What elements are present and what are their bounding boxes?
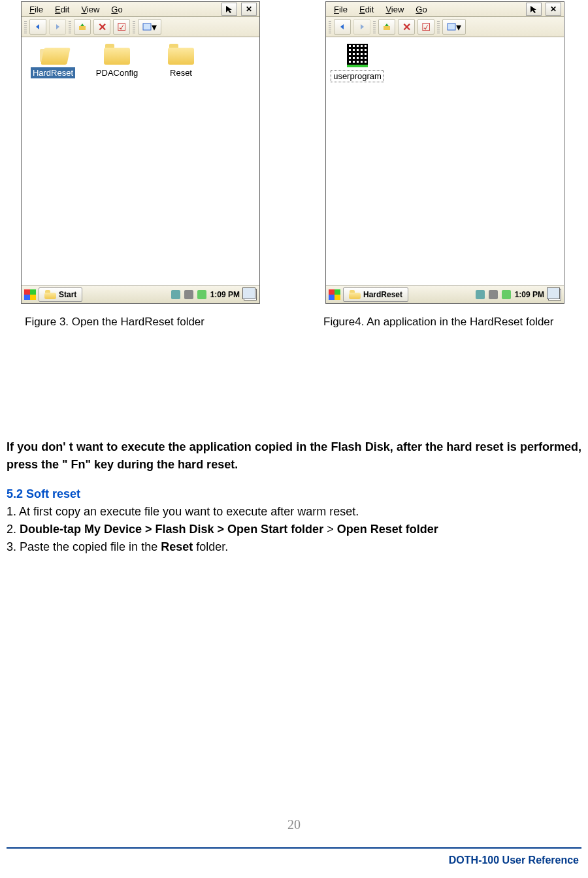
footer-rule: [7, 847, 581, 849]
menu-bar: File Edit View Go ✕: [326, 2, 564, 17]
window-switch-icon[interactable]: [548, 289, 561, 301]
svg-rect-2: [384, 26, 390, 30]
tray-network-icon[interactable]: [476, 290, 485, 299]
toolbar-grip: [69, 20, 71, 33]
svg-rect-3: [448, 24, 455, 30]
start-button[interactable]: HardReset: [343, 287, 408, 302]
folder-item-hardreset[interactable]: HardReset: [27, 44, 79, 78]
step-3: 3. Paste the copied file in the Reset fo…: [7, 538, 581, 556]
footer-reference: DOTH-100 User Reference: [449, 854, 579, 866]
start-label: Start: [59, 290, 76, 299]
figure-caption-3: Figure 3. Open the HardReset folder: [25, 316, 284, 329]
pda-screenshot-right: File Edit View Go ✕ ✕ ☑ ▾: [325, 1, 564, 304]
folder-icon: [349, 290, 361, 299]
folder-contents: HardReset PDAConfig Reset: [22, 37, 259, 285]
folder-icon: [104, 44, 130, 65]
menu-view[interactable]: View: [380, 3, 409, 16]
step-2: 2. Double-tap My Device > Flash Disk > O…: [7, 521, 581, 538]
item-label: userprogram: [331, 70, 384, 82]
folder-item-pdaconfig[interactable]: PDAConfig: [91, 44, 143, 78]
help-pointer-icon[interactable]: [526, 3, 542, 16]
back-icon[interactable]: [29, 19, 46, 35]
step-1: 1. At first copy an execute file you wan…: [7, 503, 581, 521]
delete-icon[interactable]: ✕: [398, 19, 415, 35]
close-icon[interactable]: ✕: [241, 3, 257, 16]
folder-item-reset[interactable]: Reset: [155, 44, 207, 78]
help-pointer-icon[interactable]: [221, 3, 237, 16]
menu-go[interactable]: Go: [410, 3, 432, 16]
tray-keyboard-icon[interactable]: [489, 290, 498, 299]
folder-icon: [44, 290, 56, 299]
folder-icon: [168, 44, 194, 65]
taskbar: HardReset 1:09 PM: [326, 285, 564, 303]
section-heading: 5.2 Soft reset: [7, 485, 581, 503]
item-label: PDAConfig: [94, 67, 140, 78]
pda-screenshot-left: FFileile Edit View Go ✕ ✕ ☑ ▾: [21, 1, 260, 304]
tray-keyboard-icon[interactable]: [184, 290, 193, 299]
file-item-userprogram[interactable]: userprogram: [331, 44, 384, 82]
toolbar: ✕ ☑ ▾: [22, 17, 259, 37]
folder-contents: userprogram: [326, 37, 564, 285]
page-number: 20: [0, 817, 588, 832]
forward-icon[interactable]: [353, 19, 370, 35]
up-folder-icon[interactable]: [378, 19, 395, 35]
figure-caption-4: Figure4. An application in the HardReset…: [323, 316, 583, 329]
back-icon[interactable]: [334, 19, 351, 35]
taskbar: Start 1:09 PM: [22, 285, 259, 303]
menu-go[interactable]: Go: [106, 3, 127, 16]
tray-battery-icon[interactable]: [197, 290, 206, 299]
svg-rect-1: [143, 24, 151, 30]
start-label: HardReset: [363, 290, 402, 299]
check-icon[interactable]: ☑: [113, 19, 130, 35]
forward-icon[interactable]: [49, 19, 66, 35]
toolbar-grip: [133, 20, 135, 33]
barcode-app-icon: [347, 44, 368, 67]
close-icon[interactable]: ✕: [546, 3, 561, 16]
toolbar-grip: [437, 20, 440, 33]
taskbar-clock: 1:09 PM: [515, 290, 544, 299]
menu-edit[interactable]: Edit: [354, 3, 379, 16]
toolbar-grip: [373, 20, 376, 33]
menu-view[interactable]: View: [76, 3, 105, 16]
window-switch-icon[interactable]: [244, 289, 257, 301]
up-folder-icon[interactable]: [74, 19, 91, 35]
view-mode-icon[interactable]: ▾: [138, 19, 161, 35]
note-paragraph: If you don' t want to execute the applic…: [7, 438, 581, 474]
toolbar: ✕ ☑ ▾: [326, 17, 564, 37]
view-mode-icon[interactable]: ▾: [442, 19, 466, 35]
taskbar-clock: 1:09 PM: [210, 290, 240, 299]
item-label: Reset: [168, 67, 194, 78]
item-label: HardReset: [31, 67, 75, 78]
tray-battery-icon[interactable]: [502, 290, 511, 299]
start-button[interactable]: Start: [39, 287, 82, 302]
menu-file[interactable]: FFileile: [24, 3, 48, 16]
folder-open-icon: [40, 44, 66, 65]
menu-bar: FFileile Edit View Go ✕: [22, 2, 259, 17]
tray-network-icon[interactable]: [171, 290, 180, 299]
menu-edit[interactable]: Edit: [50, 3, 74, 16]
svg-rect-0: [79, 26, 86, 30]
delete-icon[interactable]: ✕: [93, 19, 110, 35]
windows-flag-icon[interactable]: [329, 289, 340, 300]
check-icon[interactable]: ☑: [417, 19, 434, 35]
menu-file[interactable]: File: [329, 3, 353, 16]
windows-flag-icon[interactable]: [24, 289, 36, 300]
toolbar-grip: [329, 20, 331, 33]
toolbar-grip: [24, 20, 27, 33]
